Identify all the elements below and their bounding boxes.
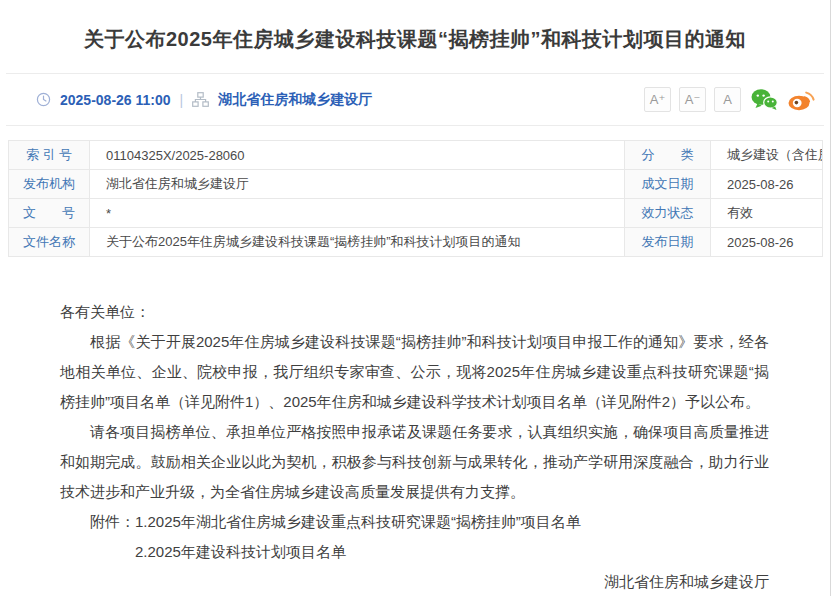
document-page: 关于公布2025年住房城乡建设科技课题“揭榜挂帅”和科技计划项目的通知 2025… xyxy=(0,0,831,596)
font-smaller-button[interactable]: A⁻ xyxy=(679,87,706,112)
meta-bar: 2025-08-26 11:00 | 湖北省住房和城乡建设厅 A⁺ A⁻ A xyxy=(0,74,830,125)
meta-separator: | xyxy=(180,92,184,108)
meta-info: 2025-08-26 11:00 | 湖北省住房和城乡建设厅 xyxy=(36,91,372,109)
doc-number-label: 文 号 xyxy=(9,199,90,228)
written-date-value: 2025-08-26 xyxy=(711,170,823,199)
attachment-line-2: 2.2025年建设科技计划项目名单 xyxy=(135,537,769,567)
body-paragraph-1: 根据《关于开展2025年住房城乡建设科技课题“揭榜挂帅”和科技计划项目申报工作的… xyxy=(60,327,769,417)
category-value: 城乡建设（含住房） xyxy=(711,141,823,170)
divider-meta xyxy=(6,125,824,126)
publish-time: 2025-08-26 11:00 xyxy=(60,92,171,108)
document-metadata-table: 索 引 号 01104325X/2025-28060 分 类 城乡建设（含住房）… xyxy=(8,140,823,257)
page-title: 关于公布2025年住房城乡建设科技课题“揭榜挂帅”和科技计划项目的通知 xyxy=(84,26,746,53)
written-date-label: 成文日期 xyxy=(625,170,711,199)
issuing-agency-value: 湖北省住房和城乡建设厅 xyxy=(90,170,625,199)
weibo-share-icon[interactable] xyxy=(788,88,816,111)
doc-title-value: 关于公布2025年住房城乡建设科技课题“揭榜挂帅”和科技计划项目的通知 xyxy=(90,228,625,257)
issuing-agency-label: 发布机构 xyxy=(9,170,90,199)
doc-title-label: 文件名称 xyxy=(9,228,90,257)
font-reset-button[interactable]: A xyxy=(714,87,741,112)
title-bar: 关于公布2025年住房城乡建设科技课题“揭榜挂帅”和科技计划项目的通知 xyxy=(0,0,830,73)
table-row: 文件名称 关于公布2025年住房城乡建设科技课题“揭榜挂帅”和科技计划项目的通知… xyxy=(9,228,823,257)
org-icon xyxy=(192,92,209,107)
validity-value: 有效 xyxy=(711,199,823,228)
attachment-item-1: 1.2025年湖北省住房城乡建设重点科技研究课题“揭榜挂帅”项目名单 xyxy=(135,513,581,530)
table-row: 发布机构 湖北省住房和城乡建设厅 成文日期 2025-08-26 xyxy=(9,170,823,199)
toolbar: A⁺ A⁻ A xyxy=(644,87,816,112)
signature-department: 湖北省住房和城乡建设厅 xyxy=(60,567,769,596)
attachment-line-1: 附件：1.2025年湖北省住房城乡建设重点科技研究课题“揭榜挂帅”项目名单 xyxy=(90,507,769,537)
wechat-share-icon[interactable] xyxy=(751,88,778,111)
validity-label: 效力状态 xyxy=(625,199,711,228)
source-department: 湖北省住房和城乡建设厅 xyxy=(218,91,372,109)
clock-icon xyxy=(36,92,51,107)
publish-date-label: 发布日期 xyxy=(625,228,711,257)
category-label: 分 类 xyxy=(625,141,711,170)
index-number-label: 索 引 号 xyxy=(9,141,90,170)
table-row: 索 引 号 01104325X/2025-28060 分 类 城乡建设（含住房） xyxy=(9,141,823,170)
index-number-value: 01104325X/2025-28060 xyxy=(90,141,625,170)
attachment-item-2: 2.2025年建设科技计划项目名单 xyxy=(135,543,346,560)
publish-date-value: 2025-08-26 xyxy=(711,228,823,257)
salutation: 各有关单位： xyxy=(60,297,769,327)
attachment-label: 附件： xyxy=(90,513,135,530)
body-paragraph-2: 请各项目揭榜单位、承担单位严格按照申报承诺及课题任务要求，认真组织实施，确保项目… xyxy=(60,417,769,507)
table-row: 文 号 * 效力状态 有效 xyxy=(9,199,823,228)
font-larger-button[interactable]: A⁺ xyxy=(644,87,671,112)
doc-number-value: * xyxy=(90,199,625,228)
document-body: 各有关单位： 根据《关于开展2025年住房城乡建设科技课题“揭榜挂帅”和科技计划… xyxy=(0,257,830,596)
